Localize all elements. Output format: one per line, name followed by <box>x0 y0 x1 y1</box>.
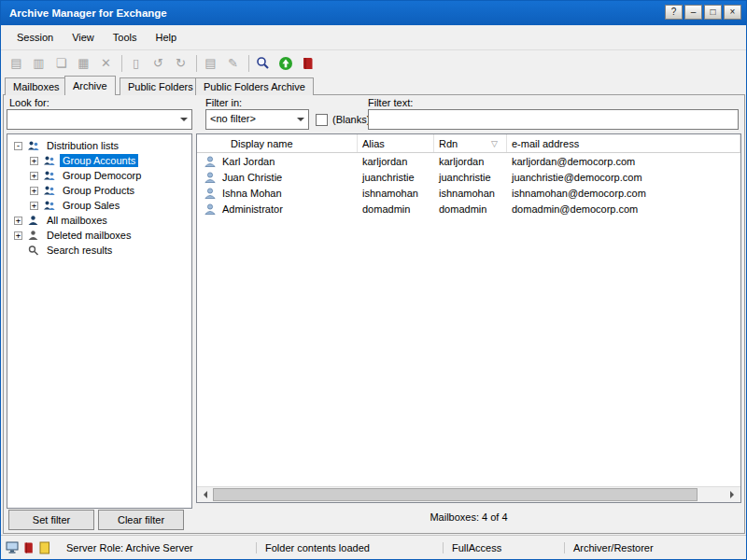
status-roles: Archiver/Restorer <box>564 542 746 553</box>
column-header-alias[interactable]: Alias <box>358 134 434 152</box>
minimize-button[interactable]: – <box>684 5 702 20</box>
cell-email: juanchristie@democorp.com <box>507 172 740 183</box>
restore-button[interactable]: □ <box>704 5 722 20</box>
status-folder-contents: Folder contents loaded <box>256 542 443 553</box>
cell-alias: domadmin <box>358 203 434 215</box>
status-access: FullAccess <box>443 542 564 553</box>
tree-item-group-democorp[interactable]: + Group Democorp <box>7 168 191 183</box>
tree-item-group-sales[interactable]: + Group Sales <box>7 198 191 213</box>
open-archive-icon[interactable]: ▤ <box>7 54 25 73</box>
deleted-mailboxes-icon <box>27 230 40 242</box>
search-icon[interactable] <box>254 54 272 73</box>
filter-in-select[interactable]: <no filter> <box>205 109 309 130</box>
cell-rdn: juanchristie <box>434 172 507 183</box>
expand-icon[interactable]: + <box>30 202 38 210</box>
mailbox-user-icon <box>204 203 217 216</box>
annotate-icon[interactable]: ✎ <box>224 54 242 73</box>
notes-icon[interactable]: ▤ <box>202 54 219 73</box>
search-results-icon <box>27 245 40 257</box>
table-row[interactable]: Karl Jordan karljordan karljordan karljo… <box>197 153 740 169</box>
filter-text-input[interactable] <box>368 109 739 130</box>
new-item-icon[interactable]: ▥ <box>30 54 48 73</box>
cell-display-name: Administrator <box>222 203 283 215</box>
list-header: Display name Alias Rdn ▽ e-mail address <box>197 134 740 153</box>
menu-session[interactable]: Session <box>7 28 63 47</box>
cell-rdn: karljordan <box>434 156 507 167</box>
table-row[interactable]: Administrator domadmin domadmin domadmin… <box>197 201 740 217</box>
tree-item-group-products[interactable]: + Group Products <box>7 183 191 198</box>
all-mailboxes-icon <box>27 215 40 227</box>
column-header-email[interactable]: e-mail address <box>507 134 740 152</box>
title-bar: Archive Manager for Exchange ? – □ × <box>1 1 746 25</box>
group-icon <box>43 200 56 212</box>
filter-in-value: <no filter> <box>206 110 293 129</box>
table-row[interactable]: Juan Christie juanchristie juanchristie … <box>197 169 740 185</box>
clear-filter-button[interactable]: Clear filter <box>98 510 184 530</box>
chevron-down-icon[interactable] <box>293 110 308 129</box>
menu-tools[interactable]: Tools <box>104 28 147 47</box>
filter-in-label: Filter in: <box>205 97 242 108</box>
column-header-label: Rdn <box>439 138 458 149</box>
tab-archive[interactable]: Archive <box>64 76 116 95</box>
chevron-down-icon[interactable] <box>176 110 191 129</box>
scroll-right-button[interactable] <box>725 487 740 502</box>
tab-mailboxes[interactable]: Mailboxes <box>5 77 68 95</box>
tree-item-all-mailboxes[interactable]: + All mailboxes <box>7 213 191 228</box>
status-bar: Server Role: Archive Server Folder conte… <box>1 535 746 559</box>
table-row[interactable]: Ishna Mohan ishnamohan ishnamohan ishnam… <box>197 185 740 201</box>
mailbox-list: Display name Alias Rdn ▽ e-mail address … <box>196 133 741 503</box>
column-header-rdn[interactable]: Rdn ▽ <box>434 134 507 152</box>
cell-rdn: ishnamohan <box>434 188 507 199</box>
mailbox-user-icon <box>204 155 217 168</box>
expand-icon[interactable]: + <box>30 157 38 165</box>
set-filter-button[interactable]: Set filter <box>8 510 94 530</box>
tree-item-label: Group Products <box>60 184 137 197</box>
menu-view[interactable]: View <box>63 28 104 47</box>
look-for-combobox[interactable] <box>7 109 192 130</box>
window-controls: ? – □ × <box>665 5 741 20</box>
column-header-display-name[interactable]: Display name <box>197 134 358 152</box>
tree-item-label: Group Sales <box>60 199 122 212</box>
group-icon <box>43 155 56 167</box>
cell-alias: juanchristie <box>358 172 434 183</box>
distribution-lists-icon <box>27 140 40 152</box>
tree-item-label: All mailboxes <box>44 214 110 227</box>
expand-icon[interactable]: + <box>30 172 38 180</box>
expand-icon[interactable]: + <box>14 217 22 225</box>
online-status-icon[interactable] <box>276 54 294 73</box>
tab-public-folders-archive[interactable]: Public Folders Archive <box>195 77 314 95</box>
document-status-icon <box>39 540 54 554</box>
collapse-icon[interactable]: - <box>14 142 22 150</box>
expand-icon[interactable]: + <box>14 231 22 240</box>
blanks-checkbox[interactable] <box>316 114 328 126</box>
close-button[interactable]: × <box>724 5 741 20</box>
refresh-icon[interactable]: ↺ <box>149 54 167 73</box>
copy-icon[interactable]: ❏ <box>52 54 70 73</box>
cell-display-name: Karl Jordan <box>222 156 275 167</box>
tree-item-distribution-lists[interactable]: - Distribution lists <box>7 138 191 153</box>
scroll-left-button[interactable] <box>197 487 213 502</box>
reload-icon[interactable]: ↻ <box>172 54 190 73</box>
scrollbar-thumb[interactable] <box>213 488 698 501</box>
sort-descending-icon: ▽ <box>491 139 498 148</box>
tab-public-folders[interactable]: Public Folders <box>120 77 202 95</box>
look-for-input[interactable] <box>7 110 176 129</box>
cell-email: domadmin@democorp.com <box>507 203 740 215</box>
tree-item-deleted-mailboxes[interactable]: + Deleted mailboxes <box>7 228 191 243</box>
group-icon <box>43 170 56 182</box>
help-button[interactable]: ? <box>665 5 683 20</box>
log-book-icon[interactable] <box>299 54 317 73</box>
expand-icon[interactable]: + <box>30 187 38 195</box>
toolbar: ▤ ▥ ❏ ▦ ✕ ▯ ↺ ↻ ▤ ✎ <box>1 49 746 76</box>
horizontal-scrollbar[interactable] <box>197 486 740 502</box>
tree-item-group-accounts[interactable]: + Group Accounts <box>7 153 191 168</box>
delete-icon[interactable]: ✕ <box>97 54 115 73</box>
document-icon[interactable]: ▯ <box>127 54 145 73</box>
tree-item-search-results[interactable]: Search results <box>7 243 191 258</box>
cell-rdn: domadmin <box>434 203 507 215</box>
cell-alias: karljordan <box>358 156 434 167</box>
paste-icon[interactable]: ▦ <box>75 54 92 73</box>
menu-help[interactable]: Help <box>146 28 186 47</box>
status-server-role: Server Role: Archive Server <box>58 542 256 553</box>
tree-item-label: Group Accounts <box>60 154 138 167</box>
